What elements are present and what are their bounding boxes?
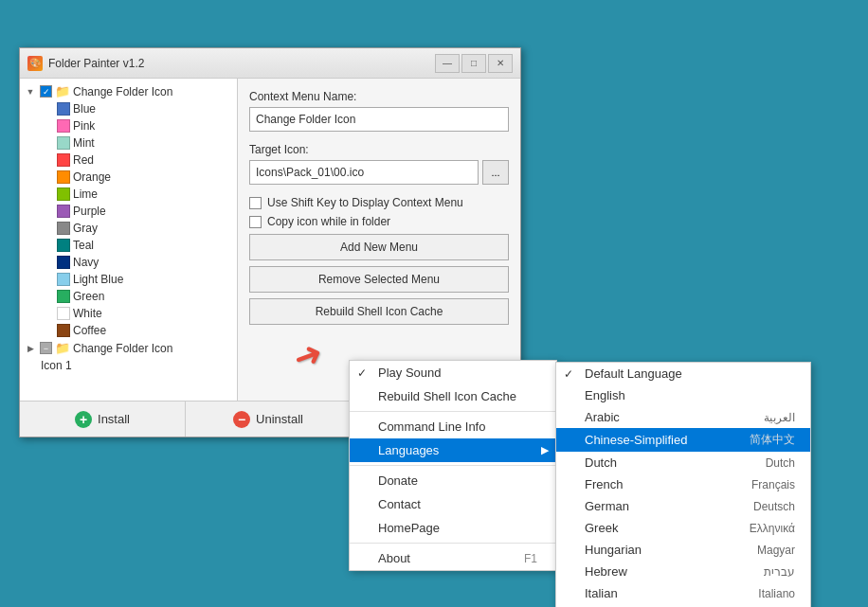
menu-item-label: About [378, 551, 410, 565]
spacer [41, 239, 54, 252]
list-item[interactable]: Icon 1 [37, 357, 237, 374]
add-menu-button[interactable]: Add New Menu [249, 234, 509, 260]
spacer [41, 136, 54, 150]
check-icon: ✓ [564, 367, 573, 381]
minimize-button[interactable]: — [435, 54, 460, 73]
tree-root2-checkbox[interactable]: − [40, 342, 52, 354]
color-swatch-orange [57, 170, 70, 184]
tree-item-label: Light Blue [73, 273, 123, 286]
list-item[interactable]: Navy [37, 254, 237, 271]
list-item[interactable]: Mint [37, 134, 237, 152]
menu-item-cmdline[interactable]: Command Line Info [350, 415, 556, 438]
lang-native: Ελληνικά [750, 522, 795, 535]
tree-expand-icon[interactable]: ▼ [24, 85, 37, 98]
tree-item-label: Mint [73, 136, 95, 150]
lang-item-greek[interactable]: Greek Ελληνικά [556, 517, 810, 539]
spacer [41, 170, 54, 184]
lang-item-hebrew[interactable]: Hebrew עברית [556, 561, 810, 582]
list-item[interactable]: Red [37, 152, 237, 169]
shift-key-checkbox-row: Use Shift Key to Display Context Menu [249, 196, 509, 209]
uninstall-button[interactable]: − Uninstall [186, 402, 352, 437]
color-swatch-coffee [57, 324, 70, 337]
list-item[interactable]: Blue [37, 100, 237, 117]
tree-item-label: Navy [73, 256, 99, 269]
copy-icon-checkbox[interactable] [249, 216, 262, 228]
tree-root-item[interactable]: ▼ ✓ 📁 Change Folder Icon [20, 82, 237, 100]
spacer [41, 222, 54, 235]
lang-item-hungarian[interactable]: Hungarian Magyar [556, 539, 810, 561]
tree-panel[interactable]: ▼ ✓ 📁 Change Folder Icon Blue Pink [20, 79, 238, 401]
browse-button[interactable]: ... [482, 160, 509, 185]
app-icon: 🎨 [27, 56, 43, 71]
title-bar: 🎨 Folder Painter v1.2 — □ ✕ [20, 48, 520, 79]
shift-key-checkbox[interactable] [249, 197, 262, 209]
menu-item-label: Play Sound [378, 366, 442, 380]
lang-item-dutch[interactable]: Dutch Dutch [556, 452, 810, 473]
context-menu-input[interactable] [249, 107, 509, 132]
lang-name: Dutch [585, 455, 617, 470]
tree-item-label: Blue [73, 102, 96, 116]
context-menu-field-group: Context Menu Name: [249, 90, 509, 132]
target-icon-field-group: Target Icon: ... [249, 143, 509, 185]
install-button[interactable]: + Install [20, 402, 186, 437]
menu-item-rebuild[interactable]: Rebuild Shell Icon Cache [350, 384, 556, 408]
tree-root-checkbox[interactable]: ✓ [40, 85, 52, 98]
spacer [41, 290, 54, 303]
list-item[interactable]: Pink [37, 117, 237, 134]
target-icon-row: ... [249, 160, 509, 185]
menu-item-homepage[interactable]: HomePage [350, 516, 556, 540]
lang-item-english[interactable]: English [556, 384, 810, 406]
list-item[interactable]: Lime [37, 186, 237, 203]
menu-item-about[interactable]: About F1 [350, 546, 556, 570]
list-item[interactable]: Green [37, 288, 237, 305]
copy-icon-checkbox-row: Copy icon while in folder [249, 215, 509, 228]
lang-name: Default Language [585, 366, 682, 381]
color-swatch-red [57, 153, 70, 167]
color-swatch-purple [57, 205, 70, 218]
spacer [41, 307, 54, 320]
list-item[interactable]: Purple [37, 203, 237, 220]
maximize-button[interactable]: □ [461, 54, 486, 73]
lang-item-german[interactable]: German Deutsch [556, 495, 810, 517]
lang-native: Magyar [757, 544, 795, 557]
tree-root2-label: Change Folder Icon [73, 342, 172, 355]
menu-item-contact[interactable]: Contact [350, 492, 556, 516]
list-item[interactable]: Coffee [37, 322, 237, 339]
list-item[interactable]: Light Blue [37, 271, 237, 288]
remove-menu-button[interactable]: Remove Selected Menu [249, 266, 509, 293]
menu-item-label: Rebuild Shell Icon Cache [378, 389, 516, 403]
lang-name: Hebrew [585, 564, 627, 579]
menu-item-languages[interactable]: Languages ▶ [350, 438, 556, 462]
menu-separator2 [350, 465, 556, 466]
menu-item-label: Contact [378, 497, 421, 511]
menu-item-donate[interactable]: Donate [350, 469, 556, 492]
tree-item-label: Gray [73, 222, 98, 235]
color-swatch-mint [57, 136, 70, 150]
lang-item-arabic[interactable]: Arabic العربية [556, 406, 810, 428]
menu-item-play-sound[interactable]: ✓ Play Sound [350, 361, 556, 384]
tree-root2-item[interactable]: ▶ − 📁 Change Folder Icon [20, 339, 237, 357]
rebuild-cache-button[interactable]: Rebuild Shell Icon Cache [249, 298, 509, 325]
list-item[interactable]: Teal [37, 237, 237, 254]
lang-item-french[interactable]: French Français [556, 473, 810, 495]
list-item[interactable]: White [37, 305, 237, 322]
window-content: ▼ ✓ 📁 Change Folder Icon Blue Pink [20, 79, 520, 401]
lang-item-italian[interactable]: Italian Italiano [556, 582, 810, 604]
color-swatch-pink [57, 119, 70, 133]
color-swatch-lime [57, 187, 70, 201]
lang-item-default[interactable]: ✓ Default Language [556, 363, 810, 384]
menu-separator [350, 411, 556, 412]
submenu-arrow-icon: ▶ [541, 444, 549, 456]
spacer [41, 153, 54, 167]
tree-expand2-icon[interactable]: ▶ [24, 342, 37, 355]
lang-native: Deutsch [753, 500, 795, 513]
target-icon-input[interactable] [249, 160, 479, 185]
list-item[interactable]: Gray [37, 220, 237, 237]
list-item[interactable]: Orange [37, 169, 237, 186]
lang-native: العربية [764, 411, 795, 424]
install-label: Install [98, 412, 130, 426]
tree-root-label: Change Folder Icon [73, 85, 172, 98]
close-button[interactable]: ✕ [488, 54, 513, 73]
lang-item-chinese[interactable]: Chinese-Simplified 简体中文 [556, 428, 810, 452]
folder-icon: 📁 [55, 84, 70, 98]
